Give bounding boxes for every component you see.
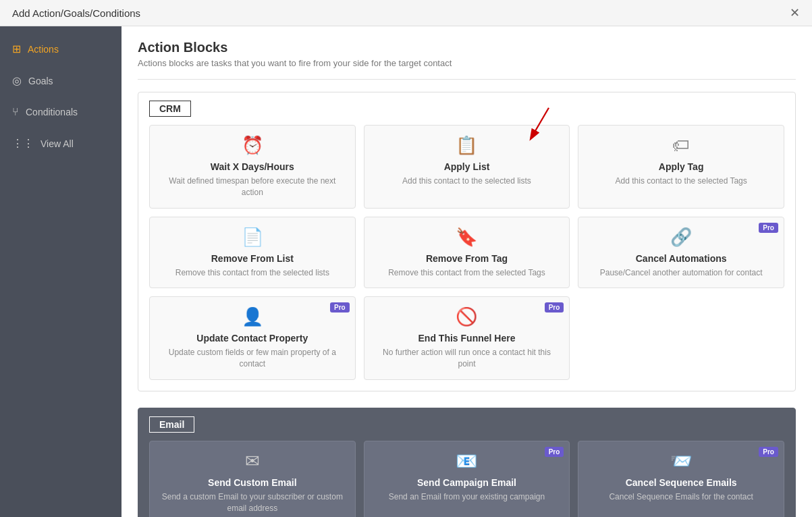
cancel-automations-icon: 🔗 [670,227,692,248]
send-custom-email-desc: Send a custom Email to your subscriber o… [159,491,346,514]
wait-title: Wait X Days/Hours [211,161,294,172]
main-content: Action Blocks Actions blocks are tasks t… [121,26,812,517]
sidebar-item-actions[interactable]: ⊞ Actions [0,33,121,65]
remove-tag-desc: Remove this contact from the selected Ta… [388,267,545,279]
remove-tag-icon: 🔖 [456,227,477,248]
action-card-apply-list[interactable]: 📋 Apply List Add this contact to the sel… [364,125,570,209]
modal-title: Add Action/Goals/Conditions [12,7,140,19]
conditionals-icon: ⑂ [12,106,19,118]
action-card-remove-list[interactable]: 📄 Remove From List Remove this contact f… [149,217,356,289]
action-card-update-contact[interactable]: Pro 👤 Update Contact Property Update cus… [149,296,356,380]
sidebar-item-conditionals[interactable]: ⑂ Conditionals [0,97,121,128]
apply-tag-icon: 🏷 [672,135,690,156]
cancel-automations-title: Cancel Automations [636,253,727,264]
close-button[interactable]: ✕ [790,7,800,19]
end-funnel-pro-badge: Pro [545,302,564,312]
section-title: Action Blocks [138,40,796,55]
cancel-sequence-emails-pro-badge: Pro [759,447,778,457]
send-custom-email-icon: ✉ [245,451,260,472]
apply-list-title: Apply List [444,161,490,172]
send-campaign-email-title: Send Campaign Email [417,477,516,488]
update-contact-icon: 👤 [242,306,263,327]
wait-desc: Wait defined timespan before execute the… [159,175,346,198]
action-card-cancel-sequence-emails[interactable]: Pro 📨 Cancel Sequence Emails Cancel Sequ… [578,441,784,517]
remove-list-title: Remove From List [211,253,294,264]
email-label: Email [149,416,194,433]
action-card-apply-tag[interactable]: 🏷 Apply Tag Add this contact to the sele… [578,125,784,209]
action-card-send-campaign-email[interactable]: Pro 📧 Send Campaign Email Send an Email … [364,441,570,517]
action-card-end-funnel[interactable]: Pro 🚫 End This Funnel Here No further ac… [364,296,570,380]
sidebar-item-goals[interactable]: ◎ Goals [0,65,121,97]
send-campaign-email-desc: Send an Email from your existing campaig… [389,491,545,503]
sidebar-item-goals-label: Goals [28,76,53,86]
action-card-cancel-automations[interactable]: Pro 🔗 Cancel Automations Pause/Cancel an… [578,217,784,289]
wait-icon: ⏰ [242,135,263,156]
remove-list-desc: Remove this contact from the selected li… [175,267,329,279]
apply-list-icon: 📋 [456,135,477,156]
send-campaign-email-pro-badge: Pro [545,447,564,457]
modal-body: ⊞ Actions ◎ Goals ⑂ Conditionals ⋮⋮ View… [0,26,812,517]
remove-tag-title: Remove From Tag [426,253,508,264]
apply-tag-title: Apply Tag [659,161,704,172]
remove-list-icon: 📄 [242,227,263,248]
email-cards-grid: ✉ Send Custom Email Send a custom Email … [138,433,795,517]
cancel-automations-desc: Pause/Cancel another automation for cont… [600,267,763,279]
sidebar: ⊞ Actions ◎ Goals ⑂ Conditionals ⋮⋮ View… [0,26,121,517]
red-arrow-icon [502,105,556,146]
cancel-sequence-emails-desc: Cancel Sequence Emails for the contact [609,491,753,503]
end-funnel-icon: 🚫 [456,306,477,327]
crm-label: CRM [149,101,191,117]
crm-cards-grid: ⏰ Wait X Days/Hours Wait defined timespa… [138,117,795,391]
sidebar-item-view-all-label: View All [40,138,74,149]
update-contact-pro-badge: Pro [330,302,350,312]
cancel-sequence-emails-title: Cancel Sequence Emails [626,477,737,488]
send-custom-email-title: Send Custom Email [208,477,296,488]
cancel-sequence-emails-icon: 📨 [670,451,692,472]
update-contact-desc: Update custom fields or few main propert… [159,347,346,370]
apply-list-desc: Add this contact to the selected lists [402,175,531,187]
sidebar-item-actions-label: Actions [28,44,59,55]
sidebar-item-conditionals-label: Conditionals [26,107,78,117]
send-campaign-email-icon: 📧 [456,451,477,472]
divider [138,79,796,80]
view-all-icon: ⋮⋮ [12,137,34,150]
modal-titlebar: Add Action/Goals/Conditions ✕ [0,0,812,26]
cancel-automations-pro-badge: Pro [759,223,778,233]
svg-line-1 [531,108,549,138]
end-funnel-desc: No further action will run once a contac… [374,347,560,370]
end-funnel-title: End This Funnel Here [418,333,516,344]
action-card-wait[interactable]: ⏰ Wait X Days/Hours Wait defined timespa… [149,125,356,209]
update-contact-title: Update Contact Property [196,333,308,344]
actions-icon: ⊞ [12,43,21,55]
action-card-send-custom-email[interactable]: ✉ Send Custom Email Send a custom Email … [149,441,356,517]
goals-icon: ◎ [12,74,22,87]
crm-category-block: CRM ⏰ Wait X Days/Hours Wait defined tim… [138,92,796,391]
section-subtitle: Actions blocks are tasks that you want t… [138,58,796,68]
action-card-remove-tag[interactable]: 🔖 Remove From Tag Remove this contact fr… [364,217,570,289]
sidebar-item-view-all[interactable]: ⋮⋮ View All [0,128,121,159]
apply-tag-desc: Add this contact to the selected Tags [616,175,747,187]
modal-wrapper: Add Action/Goals/Conditions ✕ ⊞ Actions … [0,0,812,517]
email-category-block: Email ✉ Send Custom Email Send a custom … [138,408,796,517]
